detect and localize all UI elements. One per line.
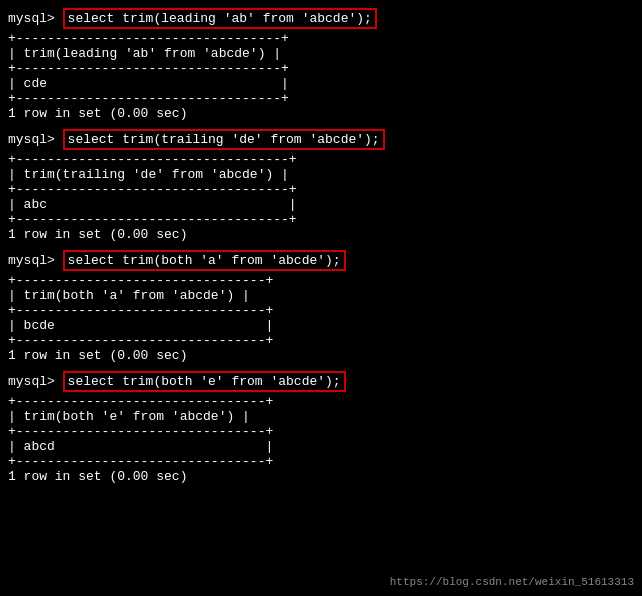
- command-2: select trim(trailing 'de' from 'abcde');: [63, 129, 385, 150]
- command-4: select trim(both 'e' from 'abcde');: [63, 371, 346, 392]
- div-4: +--------------------------------+: [8, 424, 634, 439]
- div-1: +----------------------------------+: [8, 61, 634, 76]
- header-1: | trim(leading 'ab' from 'abcde') |: [8, 46, 634, 61]
- query-block-1: mysql> select trim(leading 'ab' from 'ab…: [8, 8, 634, 121]
- header-3: | trim(both 'a' from 'abcde') |: [8, 288, 634, 303]
- header-4: | trim(both 'e' from 'abcde') |: [8, 409, 634, 424]
- prompt-3: mysql>: [8, 253, 63, 268]
- status-1: 1 row in set (0.00 sec): [8, 106, 634, 121]
- footer-1: +----------------------------------+: [8, 91, 634, 106]
- status-3: 1 row in set (0.00 sec): [8, 348, 634, 363]
- command-1: select trim(leading 'ab' from 'abcde');: [63, 8, 377, 29]
- prompt-1: mysql>: [8, 11, 63, 26]
- terminal-output: mysql> select trim(leading 'ab' from 'ab…: [8, 8, 634, 484]
- sep-2: +-----------------------------------+: [8, 152, 634, 167]
- prompt-2: mysql>: [8, 132, 63, 147]
- footer-2: +-----------------------------------+: [8, 212, 634, 227]
- div-2: +-----------------------------------+: [8, 182, 634, 197]
- status-2: 1 row in set (0.00 sec): [8, 227, 634, 242]
- footer-3: +--------------------------------+: [8, 333, 634, 348]
- result-3: | bcde |: [8, 318, 634, 333]
- footer-4: +--------------------------------+: [8, 454, 634, 469]
- command-3: select trim(both 'a' from 'abcde');: [63, 250, 346, 271]
- div-3: +--------------------------------+: [8, 303, 634, 318]
- sep-1: +----------------------------------+: [8, 31, 634, 46]
- query-block-3: mysql> select trim(both 'a' from 'abcde'…: [8, 250, 634, 363]
- query-block-4: mysql> select trim(both 'e' from 'abcde'…: [8, 371, 634, 484]
- query-block-2: mysql> select trim(trailing 'de' from 'a…: [8, 129, 634, 242]
- header-2: | trim(trailing 'de' from 'abcde') |: [8, 167, 634, 182]
- result-2: | abc |: [8, 197, 634, 212]
- sep-3: +--------------------------------+: [8, 273, 634, 288]
- sep-4: +--------------------------------+: [8, 394, 634, 409]
- result-4: | abcd |: [8, 439, 634, 454]
- result-1: | cde |: [8, 76, 634, 91]
- status-4: 1 row in set (0.00 sec): [8, 469, 634, 484]
- watermark: https://blog.csdn.net/weixin_51613313: [390, 576, 634, 588]
- prompt-4: mysql>: [8, 374, 63, 389]
